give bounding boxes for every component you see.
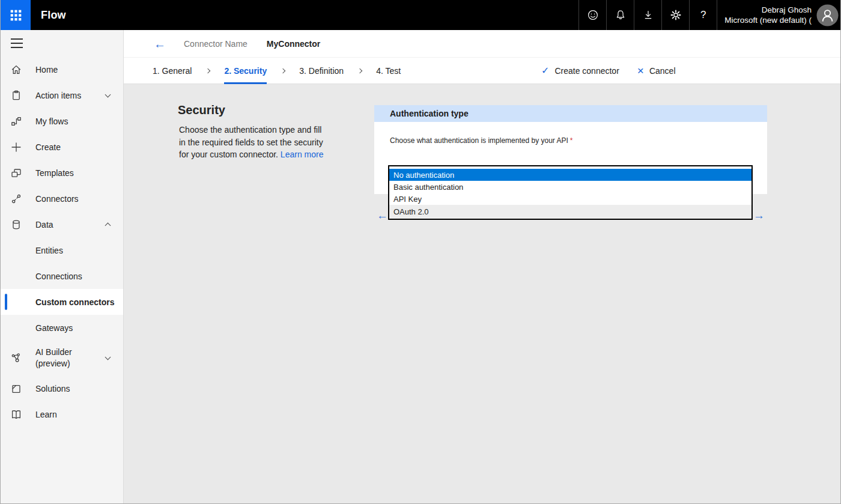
book-icon [10,408,22,421]
user-org: Microsoft (new default) ( [724,15,812,25]
breadcrumb: ← Connector Name MyConnector [124,30,840,57]
arrow-right-icon: → [753,210,765,221]
connector-name: MyConnector [267,39,320,49]
sidebar-item-label: Custom connectors [35,297,114,307]
sidebar-item-label: Home [35,65,58,74]
sidebar-item-templates[interactable]: Templates [1,160,123,186]
sidebar-item-connections[interactable]: Connections [1,263,123,289]
hamburger-menu-button[interactable] [1,30,39,56]
auth-field-label: Choose what authentication is implemente… [390,136,573,145]
topbar: Flow ? [1,0,840,30]
page-title: Security [178,103,225,117]
downloads-button[interactable] [634,0,661,30]
sidebar: Home Action items My flows Create [1,30,124,503]
close-icon: × [637,65,644,76]
sidebar-item-ai-builder[interactable]: AI Builder (preview) [1,341,123,375]
shell: Home Action items My flows Create [1,30,840,503]
auth-option-api-key[interactable]: API Key [389,193,751,205]
sidebar-item-label: Create [35,142,61,152]
database-icon [10,219,22,231]
panel-body: Choose what authentication is implemente… [374,122,767,194]
tab-test[interactable]: 4. Test [376,58,401,84]
step-label: 4. Test [376,66,401,76]
sidebar-item-custom-connectors[interactable]: Custom connectors [1,289,123,315]
app-launcher-button[interactable] [1,0,31,30]
auth-option-no-authentication[interactable]: No authentication [389,169,751,181]
flow-icon [10,115,22,127]
sidebar-item-solutions[interactable]: Solutions [1,375,123,401]
sidebar-item-my-flows[interactable]: My flows [1,108,123,134]
sidebar-item-label: AI Builder (preview) [35,347,85,369]
step-label: 2. Security [224,66,267,76]
user-name: Debraj Ghosh [724,5,812,15]
cancel-button[interactable]: × Cancel [637,66,676,76]
sidebar-item-entities[interactable]: Entities [1,237,123,263]
section-description: Choose the authentication type and fill … [179,124,326,161]
connectors-icon [10,193,22,205]
chevron-right-icon [357,68,362,73]
sidebar-item-label: Connections [35,272,82,281]
auth-option-basic-authentication[interactable]: Basic authentication [389,181,751,193]
auth-option-oauth[interactable]: OAuth 2.0 [389,205,751,219]
arrow-left-icon: ← [377,210,388,221]
app-window: Flow ? [0,0,841,504]
panel-header: Authentication type [374,105,767,122]
learn-more-link[interactable]: Learn more [281,150,324,159]
sidebar-item-label: Entities [35,246,63,255]
feedback-button[interactable] [578,0,606,30]
account-info: Debraj Ghosh Microsoft (new default) ( [724,5,812,25]
app-title: Flow [41,0,66,30]
sidebar-item-label: Gateways [35,323,73,333]
account-menu[interactable]: Debraj Ghosh Microsoft (new default) ( [717,0,840,30]
chevron-right-icon [205,68,210,73]
auth-type-listbox[interactable]: No authentication Basic authentication A… [388,165,753,220]
sidebar-item-learn[interactable]: Learn [1,401,123,427]
avatar[interactable] [816,4,839,26]
tab-definition[interactable]: 3. Definition [299,58,344,84]
clipboard-icon [10,90,22,102]
templates-icon [10,167,22,179]
sidebar-item-action-items[interactable]: Action items [1,82,123,108]
ai-network-icon [10,352,22,364]
tab-security[interactable]: 2. Security [224,58,267,84]
notifications-button[interactable] [606,0,634,30]
sidebar-item-label: Templates [35,168,74,178]
main-content: ← Connector Name MyConnector 1. General … [124,30,840,503]
sidebar-item-label: My flows [35,117,68,126]
sidebar-item-label: Learn [35,410,57,419]
step-label: 1. General [153,66,192,76]
back-arrow-icon[interactable]: ← [154,38,166,50]
authentication-panel: Authentication type Choose what authenti… [374,105,767,194]
wizard-actions: ✓ Create connector × Cancel [541,58,676,84]
solutions-icon [10,383,22,395]
sidebar-item-home[interactable]: Home [1,56,123,82]
topbar-spacer [66,0,578,30]
sidebar-item-label: Solutions [35,384,70,393]
sidebar-item-data[interactable]: Data [1,211,123,237]
waffle-icon [10,9,22,22]
settings-button[interactable] [661,0,689,30]
sidebar-item-label: Action items [35,91,81,100]
chevron-up-icon [105,222,111,228]
required-marker: * [570,136,573,145]
chevron-down-icon [105,91,111,97]
cancel-label: Cancel [649,66,676,76]
home-icon [10,64,22,76]
create-connector-label: Create connector [554,66,619,76]
check-icon: ✓ [541,66,549,76]
sidebar-item-create[interactable]: Create [1,134,123,160]
wizard-steps: 1. General 2. Security 3. Definition 4. … [124,57,840,84]
breadcrumb-label: Connector Name [184,39,247,49]
help-icon: ? [700,9,706,21]
help-button[interactable]: ? [689,0,717,30]
auth-field-label-text: Choose what authentication is implemente… [390,136,568,145]
create-connector-button[interactable]: ✓ Create connector [541,66,619,76]
tab-general[interactable]: 1. General [153,58,192,84]
plus-icon [10,141,22,153]
smiley-icon [586,8,600,22]
sidebar-item-gateways[interactable]: Gateways [1,315,123,341]
sidebar-item-label: Data [35,220,53,229]
bell-icon [614,8,627,22]
sidebar-item-connectors[interactable]: Connectors [1,186,123,211]
sidebar-item-label: Connectors [35,194,79,204]
